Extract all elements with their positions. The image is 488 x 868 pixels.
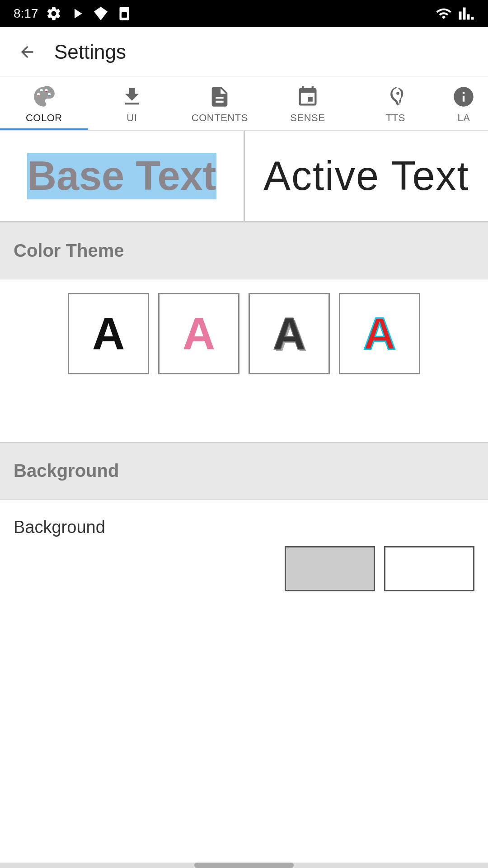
theme-option-4[interactable]: A xyxy=(339,293,420,374)
color-theme-section-header: Color Theme xyxy=(0,222,488,279)
active-text: Active Text xyxy=(263,153,469,199)
sense-icon xyxy=(296,85,319,108)
diamond-icon xyxy=(93,5,109,22)
theme-4-letter: A xyxy=(363,311,396,356)
tab-color[interactable]: COLOR xyxy=(0,77,88,130)
theme-1-letter: A xyxy=(92,311,125,356)
base-text-container: Base Text xyxy=(27,153,216,199)
svg-rect-1 xyxy=(122,12,127,18)
tab-contents-label: CONTENTS xyxy=(192,112,248,124)
theme-option-2[interactable]: A xyxy=(158,293,239,374)
app-header: Settings xyxy=(0,27,488,77)
status-left: 8:17 xyxy=(14,5,132,22)
back-button[interactable] xyxy=(14,38,41,66)
theme-option-1[interactable]: A xyxy=(68,293,149,374)
ui-icon xyxy=(120,85,144,108)
tab-tts[interactable]: TTS xyxy=(352,77,440,130)
wifi-icon xyxy=(435,5,453,22)
play-icon xyxy=(69,5,85,22)
tts-icon xyxy=(384,85,407,108)
background-section-header: Background xyxy=(0,442,488,500)
spacer xyxy=(0,388,488,415)
page-title: Settings xyxy=(54,41,126,63)
palette-icon xyxy=(32,85,56,108)
svg-point-6 xyxy=(397,92,400,95)
theme-option-3[interactable]: A xyxy=(249,293,330,374)
scroll-thumb xyxy=(194,863,294,868)
tab-la-label: LA xyxy=(457,112,470,124)
la-icon xyxy=(452,85,475,108)
sim-icon xyxy=(116,5,132,22)
background-title: Background xyxy=(14,461,119,481)
tab-ui[interactable]: UI xyxy=(88,77,176,130)
theme-3-letter: A xyxy=(273,311,305,356)
tab-sense-label: SENSE xyxy=(290,112,325,124)
status-right xyxy=(435,5,474,22)
preview-base[interactable]: Base Text xyxy=(0,131,245,221)
base-text-highlight xyxy=(27,153,216,199)
tab-la[interactable]: LA xyxy=(440,77,488,130)
tab-contents[interactable]: CONTENTS xyxy=(176,77,264,130)
background-option-gray[interactable] xyxy=(285,546,375,591)
preview-area: Base Text Active Text xyxy=(0,131,488,222)
status-bar: 8:17 xyxy=(0,0,488,27)
contents-icon xyxy=(208,85,231,108)
background-options xyxy=(14,546,474,591)
tab-tts-label: TTS xyxy=(386,112,405,124)
background-label: Background xyxy=(14,518,474,537)
tab-sense[interactable]: SENSE xyxy=(264,77,352,130)
tab-bar: COLOR UI CONTENTS SENSE TTS LA xyxy=(0,77,488,131)
preview-active[interactable]: Active Text xyxy=(245,131,488,221)
tab-ui-label: UI xyxy=(127,112,137,124)
settings-icon xyxy=(46,5,62,22)
background-option-white[interactable] xyxy=(384,546,474,591)
signal-icon xyxy=(458,5,474,22)
theme-2-letter: A xyxy=(183,311,215,356)
scroll-bar xyxy=(0,863,488,868)
background-section-content: Background xyxy=(0,500,488,605)
theme-options: A A A A xyxy=(0,279,488,388)
tab-color-label: COLOR xyxy=(26,112,62,124)
color-theme-title: Color Theme xyxy=(14,241,124,260)
status-time: 8:17 xyxy=(14,6,38,21)
